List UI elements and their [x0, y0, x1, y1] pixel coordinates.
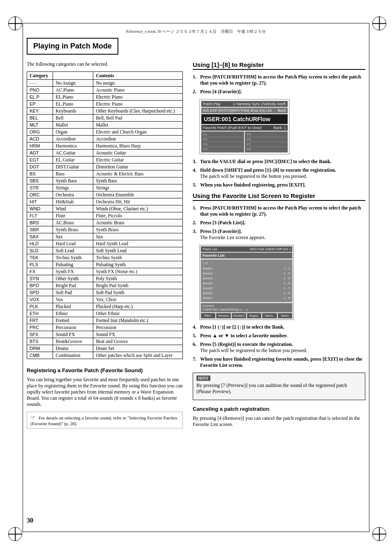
ss2-btn-remove[interactable]: Remove	[216, 313, 231, 318]
step-5: 5. When you have finished registering, p…	[193, 182, 365, 188]
fav-step-text-5: Press ▲ or ▼ to select a favorite number…	[200, 333, 365, 339]
table-row: FLTFluteFlute, Piccolo	[27, 212, 183, 219]
fav-step-text-3: Press [3 (Favorite)].The Favorite List s…	[200, 228, 365, 241]
step-text-2: Press [4 (Favorite)].	[200, 89, 365, 95]
ss2-btn-reselect[interactable]: Reselect	[232, 313, 246, 318]
table-cell-5-2: Bell, Bell Pad	[93, 115, 183, 122]
section-registering-header: Registering a Favorite Patch (Favorite S…	[27, 367, 183, 373]
table-cell-19-1: Flute	[53, 212, 93, 219]
table-cell-11-1: EL.Guitar	[53, 157, 93, 164]
table-row: MLTMalletMallet	[27, 122, 183, 129]
hint-text: By pressing [7 (Preview)] you can auditi…	[196, 382, 362, 395]
two-col-layout: The following categories can be selected…	[27, 61, 365, 433]
table-row: SBSSynth BassSynth Bass	[27, 177, 183, 184]
step-num-5: 5.	[193, 182, 198, 188]
table-row: BTSBeat&GrooveBeat and Groove	[27, 338, 183, 345]
step-text-4: Hold down [SHIFT] and press [1]–[8] to e…	[200, 167, 365, 180]
border-top	[23, 23, 369, 23]
ss2-btn-pitch[interactable]: Pitch↑	[201, 313, 215, 318]
intro-text: The following categories can be selected…	[27, 61, 183, 67]
table-cell-8-0: ACD	[27, 136, 53, 143]
table-cell-22-2: Sax	[93, 233, 183, 240]
fav-step-num-2: 2.	[193, 220, 198, 226]
ss2-btn-select[interactable]: Select	[278, 313, 292, 318]
page-number: 30	[27, 517, 33, 524]
table-cell-17-1: Hit&Stab	[53, 198, 93, 205]
table-cell-9-0: HRM	[27, 143, 53, 150]
ss2-btn-demo[interactable]: Demo↓	[262, 313, 277, 318]
table-cell-23-0: HLD	[27, 240, 53, 247]
step-num-4: 4.	[193, 167, 198, 180]
table-row: - - -No AssignNo assign	[27, 80, 183, 87]
table-cell-16-2: Orchestra Ensemble	[93, 191, 183, 198]
border-left	[23, 23, 23, 532]
fav-step-5: 5. Press ▲ or ▼ to select a favorite num…	[193, 333, 365, 339]
table-cell-24-1: Soft Lead	[53, 247, 93, 254]
right-column: Using [1]–[8] to Register 1. Press [PATC…	[193, 61, 365, 430]
left-column: The following categories can be selected…	[27, 61, 183, 433]
table-cell-20-2: Acoustic Brass	[93, 219, 183, 226]
ss2-bank1: Bank1:1 - 1	[202, 266, 291, 271]
table-cell-31-0: VOX	[27, 296, 53, 303]
table-cell-8-2: Accordion	[93, 136, 183, 143]
fav-step-num-1: 1.	[193, 205, 198, 217]
steps-list-18: 1. Press [PATCH/RHYTHM] to access the Pa…	[193, 74, 365, 95]
ss2-title: Favorite List	[201, 253, 292, 258]
table-cell-22-0: SAX	[27, 233, 53, 240]
fav-step-text-2: Press [3 (Patch List)].	[200, 220, 365, 226]
ss2-header-right: NNO Part USER:CMP100 J	[250, 247, 291, 251]
table-cell-27-0: FX	[27, 268, 53, 275]
table-cell-5-0: BEL	[27, 115, 53, 122]
ss2-bank3: Bank3:1 - 4	[202, 276, 291, 281]
table-cell-6-0: MLT	[27, 122, 53, 129]
table-cell-7-1: Organ	[53, 129, 93, 136]
table-row: BRSAC.BrassAcoustic Brass	[27, 219, 183, 226]
table-cell-21-2: Synth Brass	[93, 226, 183, 233]
table-cell-24-2: Soft Synth Lead	[93, 247, 183, 254]
ss-header-left: Patch Play	[203, 102, 221, 106]
table-cell-12-1: DIST.Guitar	[53, 164, 93, 170]
fav-step-num-4: 4.	[193, 324, 198, 330]
table-cell-34-0: FRT	[27, 317, 53, 324]
table-cell-2-1: EL.Piano	[53, 94, 93, 101]
step-text-5: When you have finished registering, pres…	[200, 182, 365, 188]
screenshot-patch-play: Patch Play 1 Harmony Sync 2Velocity Arp/…	[199, 99, 290, 154]
table-cell-1-2: Acoustic Piano	[93, 87, 183, 94]
table-cell-21-0: SBR	[27, 226, 53, 233]
table-cell-29-2: Bright Pad Synth	[93, 282, 183, 289]
table-cell-2-0: EL.P	[27, 94, 53, 101]
table-cell-39-0: CMB	[27, 352, 53, 359]
table-cell-9-2: Harmonica, Blues Harp	[93, 143, 183, 150]
table-row: TEKTechno SynthTechno Synth	[27, 254, 183, 261]
ss2-btn-regist[interactable]: Regist↓	[247, 313, 261, 318]
fav-step-num-5: 5.	[193, 333, 198, 339]
section-fav-list-header: Using the Favorite List Screen to Regist…	[193, 192, 365, 201]
table-row: PNOAC.PianoAcoustic Piano	[27, 87, 183, 94]
col-header-contents: Contents	[93, 72, 183, 80]
table-cell-32-2: Plucked (Harp etc.)	[93, 303, 183, 310]
table-cell-33-2: Other Ethnic	[93, 310, 183, 317]
fav-step-4: 4. Press [1 (↑)] or [2 (↓)] to select th…	[193, 324, 365, 330]
ss2-bank6: Bank6:1 - 8	[202, 291, 291, 295]
table-cell-10-0: AGT	[27, 150, 53, 157]
fav-step-text-7: When you have finished registering favor…	[200, 356, 365, 368]
table-row: WNDWindWinds (Oboe, Clarinet etc.)	[27, 205, 183, 212]
step-num-1: 1.	[193, 74, 198, 86]
table-row: EPEL.PianoElectric Piano	[27, 101, 183, 108]
section-canceling-header: Canceling a patch registration	[193, 406, 365, 412]
table-cell-12-2: Distortion Guitar	[93, 164, 183, 170]
table-cell-13-2: Acoustic & Electric Bass	[93, 170, 183, 177]
table-row: ORCOrchestraOrchestra Ensemble	[27, 191, 183, 198]
step-2: 2. Press [4 (Favorite)].	[193, 89, 365, 95]
step-text-1: Press [PATCH/RHYTHM] to access the Patch…	[200, 74, 365, 86]
corner-bl	[8, 527, 20, 539]
category-table: Category Contents - - -No AssignNo assig…	[27, 71, 183, 359]
ss-header-1: Patch Play 1 Harmony Sync 2Velocity Arp/…	[201, 101, 288, 107]
doc-header: Reference_e.book 30 ページ ２００３年７月１４日 月曜日 午…	[27, 29, 365, 35]
table-row: SAXSaxSax	[27, 233, 183, 240]
table-cell-4-0: KEY	[27, 108, 53, 115]
ss2-footer: Pitch↑ Remove Reselect Regist↓ Demo↓ Sel…	[201, 313, 292, 318]
fav-step-num-7: 7.	[193, 356, 198, 368]
step-1: 1. Press [PATCH/RHYTHM] to access the Pa…	[193, 74, 365, 86]
ref-text: For details on selecting a favorite soun…	[30, 415, 177, 426]
